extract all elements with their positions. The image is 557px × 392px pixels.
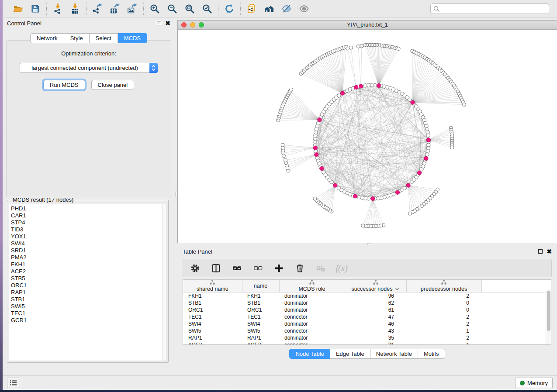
tab-node-table[interactable]: Node Table bbox=[289, 349, 330, 359]
import-network-icon[interactable] bbox=[52, 3, 63, 14]
node-table-wrap: shared namenameMCDS rolesuccessor nodesp… bbox=[183, 279, 551, 345]
mcds-result-item[interactable]: PMA2 bbox=[11, 254, 162, 261]
table-tabs: Node TableEdge TableNetwork TableMotifs bbox=[177, 349, 557, 359]
mcds-result-item[interactable]: GCR1 bbox=[11, 317, 162, 324]
mcds-result-item[interactable]: RAP1 bbox=[11, 289, 162, 296]
mcds-result-item[interactable]: SRD1 bbox=[11, 247, 162, 254]
table-panel-header: Table Panel ✖ bbox=[177, 246, 557, 257]
column-header-successor-nodes[interactable]: successor nodes bbox=[345, 280, 406, 292]
zoom-out-icon[interactable] bbox=[166, 3, 178, 14]
mcds-result-item[interactable]: TID3 bbox=[11, 226, 162, 233]
status-bar: Memory bbox=[3, 375, 557, 390]
mcds-result-item[interactable]: SWI4 bbox=[11, 240, 162, 247]
mcds-result-list[interactable]: PHD1CAR1STP4TID3YOX1SWI4SRD1PMA2FKH1ACE2… bbox=[9, 204, 162, 361]
memory-button[interactable]: Memory bbox=[515, 378, 553, 388]
column-header-name[interactable]: name bbox=[242, 280, 279, 292]
table-row[interactable]: SWI5SWI5connector431 bbox=[183, 327, 551, 334]
memory-label: Memory bbox=[527, 380, 548, 386]
tab-mcds[interactable]: MCDS bbox=[118, 33, 147, 43]
table-row[interactable]: STB1STB1dominator620 bbox=[183, 299, 551, 306]
hide-selected-icon[interactable] bbox=[281, 3, 292, 14]
select-stepper-icon bbox=[149, 63, 158, 73]
show-all-icon[interactable] bbox=[298, 3, 310, 14]
table-row[interactable]: ACE2ACE2connector311 bbox=[183, 341, 551, 345]
column-header-shared-name[interactable]: shared name bbox=[183, 280, 242, 292]
memory-status-icon bbox=[520, 381, 525, 385]
mcds-result-item[interactable]: ACE2 bbox=[11, 268, 162, 275]
node-table[interactable]: shared namenameMCDS rolesuccessor nodesp… bbox=[183, 280, 551, 345]
split-panel-icon[interactable] bbox=[210, 262, 221, 274]
close-panel-icon[interactable]: ✖ bbox=[547, 249, 552, 254]
close-panel-icon[interactable]: ✖ bbox=[165, 21, 170, 25]
search-icon bbox=[433, 6, 439, 12]
table-panel-title: Table Panel bbox=[183, 248, 212, 255]
network-titlebar[interactable]: YPA_prune.txt_1 bbox=[178, 21, 557, 30]
mcds-result-item[interactable]: FKH1 bbox=[11, 261, 162, 268]
mcds-result-item[interactable]: STB5 bbox=[11, 275, 162, 282]
task-history-button[interactable] bbox=[7, 378, 20, 388]
table-row[interactable]: FKH1FKH1dominator962 bbox=[183, 292, 551, 299]
zoom-fit-icon[interactable] bbox=[184, 3, 195, 14]
tab-style[interactable]: Style bbox=[64, 33, 90, 43]
network-title: YPA_prune.txt_1 bbox=[178, 22, 557, 28]
clear-table-icon[interactable] bbox=[315, 262, 326, 274]
delete-row-icon[interactable] bbox=[294, 262, 305, 274]
export-network-icon[interactable] bbox=[92, 3, 103, 14]
tab-network-table[interactable]: Network Table bbox=[370, 349, 418, 359]
refresh-view-icon[interactable] bbox=[224, 3, 235, 14]
mcds-result-item[interactable]: STP4 bbox=[11, 219, 162, 226]
save-session-icon[interactable] bbox=[30, 3, 41, 14]
show-neighbors-icon[interactable] bbox=[263, 3, 275, 14]
select-all-icon[interactable] bbox=[231, 262, 242, 274]
mcds-result-item[interactable]: TEC1 bbox=[11, 310, 162, 317]
zoom-selected-icon[interactable] bbox=[201, 3, 213, 14]
tab-select[interactable]: Select bbox=[90, 33, 118, 43]
run-mcds-button[interactable]: Run MCDS bbox=[43, 80, 85, 90]
main-toolbar bbox=[3, 0, 557, 17]
mcds-result-item[interactable]: YOX1 bbox=[11, 233, 162, 240]
table-scrollbar[interactable] bbox=[546, 289, 551, 344]
column-header-filler bbox=[481, 280, 551, 292]
search-input[interactable] bbox=[442, 4, 546, 13]
close-panel-button[interactable]: Close panel bbox=[91, 80, 135, 90]
table-toolbar: f(x) bbox=[183, 259, 552, 277]
table-row[interactable]: RAP1RAP1dominator352 bbox=[183, 334, 551, 341]
mcds-result-item[interactable]: SWI5 bbox=[11, 303, 162, 310]
network-canvas[interactable] bbox=[178, 30, 557, 243]
search-box bbox=[430, 3, 549, 14]
tab-network[interactable]: Network bbox=[30, 33, 64, 43]
table-scrollbar-thumb[interactable] bbox=[547, 291, 550, 331]
zoom-in-icon[interactable] bbox=[149, 3, 160, 14]
export-table-icon[interactable] bbox=[109, 3, 121, 14]
apply-function-icon[interactable]: f(x) bbox=[336, 262, 347, 274]
mcds-panel: Optimization criterion: largest connecte… bbox=[6, 40, 171, 197]
settings-icon[interactable] bbox=[189, 262, 201, 274]
import-table-icon[interactable] bbox=[69, 3, 81, 14]
mcds-result-item[interactable]: CAR1 bbox=[11, 212, 162, 219]
deselect-all-icon[interactable] bbox=[252, 262, 263, 274]
control-panel-title: Control Panel bbox=[7, 20, 42, 27]
optimization-criterion-label: Optimization criterion: bbox=[7, 50, 171, 57]
mcds-list-scrollbar[interactable] bbox=[162, 204, 167, 361]
splitter-handle[interactable] bbox=[175, 192, 177, 196]
splitter-handle[interactable] bbox=[367, 243, 372, 245]
mcds-result-item[interactable]: STB1 bbox=[11, 296, 162, 303]
float-panel-icon[interactable] bbox=[538, 249, 543, 254]
column-header-MCDS-role[interactable]: MCDS role bbox=[279, 280, 345, 292]
open-file-icon[interactable] bbox=[12, 3, 24, 14]
criterion-select[interactable]: largest connected component (undirected) bbox=[20, 63, 158, 73]
mcds-result-title: MCDS result (17 nodes) bbox=[11, 196, 75, 203]
tab-edge-table[interactable]: Edge Table bbox=[330, 349, 370, 359]
mcds-result-item[interactable]: ORC1 bbox=[11, 282, 162, 289]
column-header-predecessor-nodes[interactable]: predecessor nodes bbox=[406, 280, 481, 292]
float-panel-icon[interactable] bbox=[157, 21, 161, 25]
export-image-icon[interactable] bbox=[127, 3, 138, 14]
clone-network-icon[interactable] bbox=[246, 3, 257, 14]
add-row-icon[interactable] bbox=[273, 262, 284, 274]
tab-motifs[interactable]: Motifs bbox=[418, 349, 445, 359]
table-row[interactable]: ORC1ORC1dominator610 bbox=[183, 306, 551, 313]
network-graph[interactable] bbox=[178, 30, 557, 243]
table-row[interactable]: SWI4SWI4dominator462 bbox=[183, 320, 551, 327]
table-row[interactable]: TEC1TEC1connector472 bbox=[183, 313, 551, 320]
mcds-result-item[interactable]: PHD1 bbox=[11, 205, 162, 212]
